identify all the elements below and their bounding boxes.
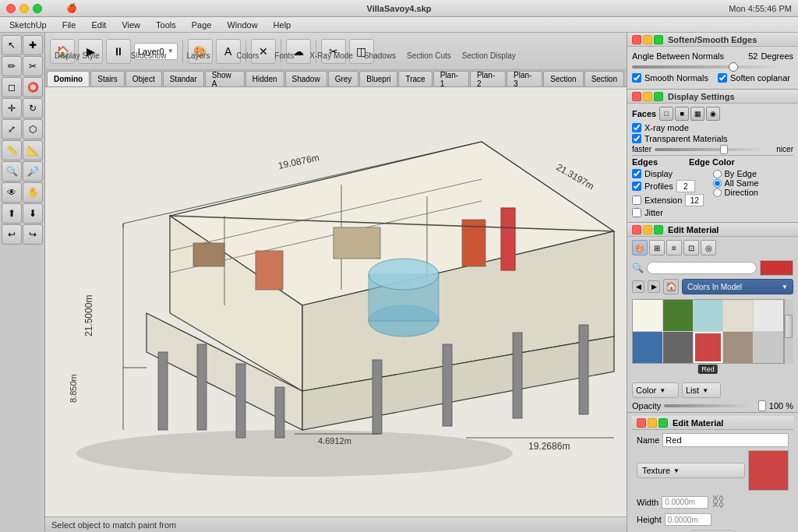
direction-radio[interactable] bbox=[713, 188, 722, 197]
circle-tool-button[interactable]: ⭕ bbox=[23, 77, 43, 97]
tab-plan3[interactable]: Plan-3 bbox=[507, 71, 542, 86]
rotate-tool-button[interactable]: ↻ bbox=[23, 98, 43, 118]
tab-hidden[interactable]: Hidden bbox=[245, 71, 284, 86]
erase-tool-button[interactable]: ✂ bbox=[23, 56, 43, 76]
profiles-checkbox[interactable] bbox=[632, 181, 641, 191]
swatch-blue[interactable] bbox=[633, 332, 662, 363]
xray-checkbox[interactable] bbox=[632, 123, 641, 132]
material-search-input[interactable] bbox=[647, 262, 757, 274]
soften-panel-max[interactable] bbox=[654, 35, 663, 44]
soften-panel-close[interactable] bbox=[632, 35, 641, 44]
angle-slider-track[interactable] bbox=[632, 65, 793, 69]
close-window-button[interactable] bbox=[6, 4, 16, 13]
scroll-track[interactable] bbox=[785, 299, 793, 364]
swatches-scrollbar[interactable] bbox=[784, 299, 793, 364]
display-checkbox[interactable] bbox=[632, 169, 641, 178]
em-details-btn[interactable]: ◎ bbox=[701, 240, 716, 255]
tab-bluepri[interactable]: Bluepri bbox=[359, 71, 397, 86]
minimize-window-button[interactable] bbox=[19, 4, 29, 13]
tab-stairs[interactable]: Stairs bbox=[90, 71, 125, 86]
menu-help[interactable]: Help bbox=[270, 20, 295, 30]
face-style-btn-2[interactable]: ■ bbox=[675, 107, 689, 121]
component-tool-button[interactable]: ✚ bbox=[23, 35, 43, 55]
menu-tools[interactable]: Tools bbox=[153, 20, 179, 30]
list-dropdown[interactable]: List ▼ bbox=[682, 382, 721, 398]
angle-slider-thumb[interactable] bbox=[729, 62, 738, 72]
smooth-normals-checkbox[interactable] bbox=[632, 73, 641, 83]
move-tool-button[interactable]: ✛ bbox=[2, 98, 22, 118]
menu-file[interactable]: File bbox=[59, 20, 79, 30]
tab-plan1[interactable]: Plan-1 bbox=[433, 71, 469, 86]
app-name-menu[interactable]: SketchUp bbox=[6, 20, 50, 30]
scroll-thumb[interactable] bbox=[785, 315, 793, 338]
window-controls[interactable] bbox=[6, 4, 42, 13]
apple-menu[interactable]: 🍎 bbox=[66, 3, 77, 13]
scale-tool-button[interactable]: ⤢ bbox=[2, 119, 22, 139]
walk-button[interactable]: 👁 bbox=[2, 182, 22, 203]
collection-dropdown[interactable]: Colors In Model ▼ bbox=[682, 279, 793, 294]
menu-window[interactable]: Window bbox=[224, 20, 260, 30]
swatch-tan[interactable] bbox=[723, 332, 753, 363]
swatch-cream[interactable] bbox=[633, 300, 662, 331]
maximize-window-button[interactable] bbox=[33, 4, 42, 13]
select-tool-button[interactable]: ↖ bbox=[2, 35, 22, 55]
opacity-slider[interactable] bbox=[664, 404, 766, 407]
em-name-input[interactable] bbox=[662, 433, 789, 447]
display-panel-close[interactable] bbox=[632, 92, 641, 101]
em-bottom-max[interactable] bbox=[659, 418, 668, 428]
em-top-min[interactable] bbox=[643, 225, 652, 234]
face-style-btn-3[interactable]: ▦ bbox=[690, 107, 704, 121]
push-pull-button[interactable]: ⬡ bbox=[23, 119, 43, 139]
face-style-btn-4[interactable]: ◉ bbox=[706, 107, 720, 121]
undo-button[interactable]: ↩ bbox=[2, 224, 22, 245]
paint-tool-button[interactable]: ✏ bbox=[2, 56, 22, 76]
canvas-area[interactable]: 19.0876m 21.3197m 21.5000m 19.2686m bbox=[45, 87, 627, 516]
tab-standar[interactable]: Standar bbox=[163, 71, 204, 86]
transparent-checkbox[interactable] bbox=[632, 134, 641, 143]
protractor-button[interactable]: 📐 bbox=[23, 140, 43, 160]
face-style-btn-1[interactable]: □ bbox=[659, 107, 673, 121]
soften-coplanar-checkbox[interactable] bbox=[718, 73, 727, 83]
tab-grey[interactable]: Grey bbox=[328, 71, 359, 86]
all-same-radio[interactable] bbox=[713, 179, 722, 188]
jitter-checkbox[interactable] bbox=[632, 208, 641, 217]
opacity-thumb[interactable] bbox=[758, 400, 766, 411]
section-button[interactable]: ⬆ bbox=[2, 203, 22, 224]
swatch-medium-gray[interactable] bbox=[754, 332, 783, 363]
tab-show-a[interactable]: Show A bbox=[205, 71, 245, 86]
swatch-light-tan[interactable] bbox=[723, 300, 753, 331]
by-edge-radio[interactable] bbox=[713, 170, 722, 178]
swatch-red-selected[interactable]: Red bbox=[694, 332, 723, 363]
tab-shadow[interactable]: Shadow bbox=[285, 71, 327, 86]
em-top-max[interactable] bbox=[654, 225, 663, 234]
extension-input[interactable] bbox=[685, 194, 704, 206]
quality-slider[interactable] bbox=[655, 148, 773, 151]
menu-edit[interactable]: Edit bbox=[88, 20, 109, 30]
display-panel-max[interactable] bbox=[654, 92, 663, 101]
section2-button[interactable]: ⬇ bbox=[23, 203, 43, 224]
nav-forward-btn[interactable]: ▶ bbox=[648, 280, 660, 293]
nav-home-btn[interactable]: 🏠 bbox=[663, 279, 679, 294]
redo-button[interactable]: ↪ bbox=[23, 224, 43, 245]
width-input[interactable] bbox=[662, 496, 708, 509]
nav-back-btn[interactable]: ◀ bbox=[632, 280, 644, 293]
extension-checkbox[interactable] bbox=[632, 196, 641, 205]
em-paint-btn[interactable]: 🎨 bbox=[632, 240, 648, 255]
pan-button[interactable]: ✋ bbox=[23, 182, 43, 203]
texture-dropdown[interactable]: Texture ▼ bbox=[637, 463, 745, 478]
em-grid-btn[interactable]: ⊞ bbox=[649, 240, 665, 255]
color-dropdown[interactable]: Color ▼ bbox=[632, 382, 679, 398]
tab-trace[interactable]: Trace bbox=[398, 71, 432, 86]
display-panel-min[interactable] bbox=[643, 92, 652, 101]
swatch-dark-green[interactable] bbox=[663, 300, 693, 331]
tape-measure-button[interactable]: 📏 bbox=[2, 140, 22, 160]
tab-object[interactable]: Object bbox=[125, 71, 162, 86]
rectangle-tool-button[interactable]: ◻ bbox=[2, 77, 22, 97]
swatch-dark-gray[interactable] bbox=[663, 332, 693, 363]
swatch-light-gray[interactable] bbox=[754, 300, 783, 331]
profiles-input[interactable] bbox=[676, 180, 695, 192]
zoom-button[interactable]: 🔎 bbox=[23, 161, 43, 181]
tab-section2[interactable]: Section bbox=[584, 71, 624, 86]
tab-plan2[interactable]: Plan-2 bbox=[470, 71, 506, 86]
em-bottom-min[interactable] bbox=[648, 418, 657, 428]
